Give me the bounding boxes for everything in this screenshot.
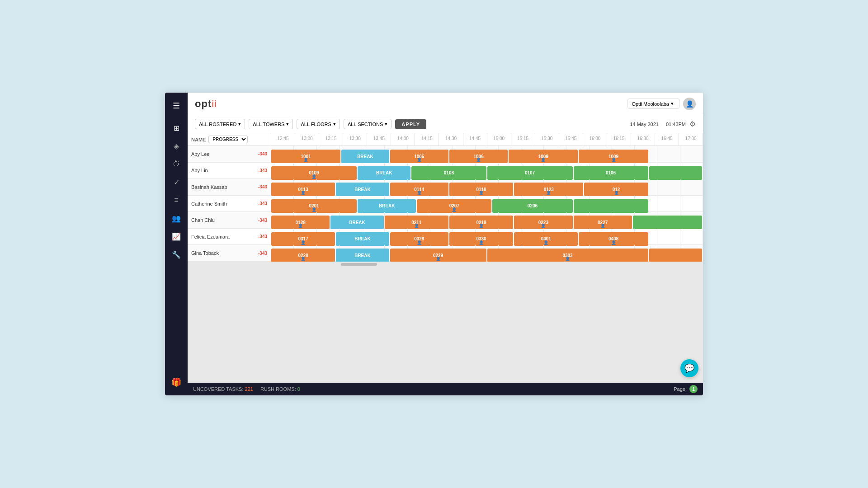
sidebar-icon-grid[interactable]: ⊞ [168,120,184,136]
task-bar[interactable]: 0201👤 [271,199,357,213]
task-bar[interactable]: 0211👤 [385,216,448,229]
person-icon: 👤 [614,191,619,195]
task-bar[interactable]: BREAK [341,150,389,163]
settings-icon[interactable]: ⚙ [689,120,696,128]
sidebar-icon-layers[interactable]: ◈ [168,138,184,154]
sidebar-icon-users[interactable]: 👥 [168,210,184,226]
task-bar[interactable]: 0229👤 [390,249,486,262]
task-bar[interactable]: 0108 [411,166,486,180]
person-icon: 👤 [301,240,306,245]
sidebar-icon-clock[interactable]: ⏱ [168,156,184,172]
person-icon: 👤 [311,174,316,179]
task-bar[interactable] [649,166,702,180]
person-icon: 👤 [298,224,303,228]
sidebar-icon-list[interactable]: ≡ [168,192,184,208]
filter-rostered[interactable]: ALL ROSTERED ▾ [195,119,245,129]
task-label: BREAK [376,170,392,175]
task-badge: -343 [258,201,267,206]
task-badge: -343 [258,151,267,156]
task-bar[interactable]: 0207👤 [417,199,491,213]
timeline-row: 0128👤BREAK0211👤0218👤0223👤0227👤 [271,212,703,228]
task-bar[interactable]: 0109👤 [271,166,357,180]
task-bar[interactable]: BREAK [330,216,383,229]
name-cell: Aby Lee-343 [188,146,271,162]
task-bar[interactable]: 0218👤 [449,216,513,229]
chevron-down-icon: ▾ [238,121,241,127]
apply-button[interactable]: APPLY [395,119,426,129]
task-bar[interactable]: 0114👤 [390,183,448,196]
venue-selector[interactable]: Optii Mooloolaba ▾ [627,99,679,109]
task-bar[interactable] [649,249,702,262]
time-slot-1445: 14:45 [463,133,487,145]
task-bar[interactable]: 0106 [574,166,648,180]
task-bar[interactable]: 0206 [492,199,572,213]
task-bar[interactable]: 0118👤 [449,183,513,196]
name-cell: Aby Lin-343 [188,163,271,179]
task-bar[interactable]: BREAK [358,199,416,213]
person-icon: 👤 [301,191,306,195]
task-label: BREAK [354,253,371,258]
task-bar[interactable]: 0317👤 [271,232,335,246]
footer-right: Page: 1 [674,385,698,393]
task-label: BREAK [354,236,371,241]
filter-floors[interactable]: ALL FLOORS ▾ [297,119,340,129]
task-bar[interactable]: 012👤 [584,183,648,196]
task-bar[interactable]: BREAK [336,249,389,262]
sidebar: ☰ ⊞ ◈ ⏱ ✓ ≡ 👥 📈 🔧 🎁 [165,93,188,395]
task-bar[interactable]: 1005👤 [390,150,448,163]
task-bar[interactable]: BREAK [336,232,389,246]
sidebar-icon-tools[interactable]: 🔧 [168,246,184,263]
progress-dropdown[interactable]: PROGRESS [208,136,248,143]
table-row: Aby Lin-3430109👤BREAK010801070106 [188,163,703,179]
task-bar[interactable]: 0107 [487,166,573,180]
task-bar[interactable] [633,216,702,229]
person-icon: 👤 [303,158,308,162]
chat-button[interactable]: 💬 [680,359,698,377]
task-bar[interactable]: 0223👤 [514,216,572,229]
sidebar-icon-chart[interactable]: 📈 [168,228,184,244]
name-cell: Chan Chiu-343 [188,212,271,228]
timeline-header: 12:45 13:00 13:15 13:30 13:45 14:00 14:1… [271,133,703,145]
filter-sections[interactable]: ALL SECTIONS ▾ [344,119,392,129]
hamburger-menu[interactable]: ☰ [169,97,184,114]
timeline-row: 0228👤BREAK0229👤0303👤 [271,245,703,261]
task-bar[interactable]: 0408👤 [579,232,648,246]
staff-name: Aby Lee [191,151,209,157]
person-icon: 👤 [311,207,316,212]
timeline-row: 0317👤BREAK0328👤0330👤0401👤0408👤 [271,229,703,245]
user-avatar[interactable]: 👤 [683,98,696,110]
task-bar[interactable]: 1009👤 [579,150,648,163]
task-bar[interactable]: 1006👤 [449,150,508,163]
table-row: Catherine Smith-3430201👤BREAK0207👤0206 [188,196,703,212]
task-bar[interactable]: 0227👤 [574,216,632,229]
table-row: Chan Chiu-3430128👤BREAK0211👤0218👤0223👤02… [188,212,703,229]
task-label: BREAK [349,220,365,225]
task-badge: -343 [258,184,267,189]
filter-towers[interactable]: ALL TOWERS ▾ [249,119,293,129]
task-bar[interactable]: 0128👤 [271,216,330,229]
page-number[interactable]: 1 [689,385,698,393]
task-bar[interactable] [574,199,648,213]
time-slot-1500: 15:00 [487,133,511,145]
person-icon: 👤 [417,191,422,195]
scroll-thumb[interactable] [341,263,377,266]
task-bar[interactable]: 0303👤 [487,249,648,262]
task-bar[interactable]: 0328👤 [390,232,448,246]
task-bar[interactable]: 1001👤 [271,150,340,163]
task-bar[interactable]: BREAK [358,166,410,180]
person-icon: 👤 [541,158,546,162]
person-icon: 👤 [543,240,548,245]
task-bar[interactable]: 0330👤 [449,232,513,246]
time-slot-1245: 12:45 [271,133,295,145]
sidebar-icon-check[interactable]: ✓ [168,174,184,190]
scroll-area[interactable] [188,262,703,267]
sidebar-icon-gift[interactable]: 🎁 [168,374,185,391]
task-bar[interactable]: 0228👤 [271,249,335,262]
task-bar[interactable]: 0123👤 [514,183,583,196]
task-bar[interactable]: 1009👤 [509,150,578,163]
task-bar[interactable]: 0113👤 [271,183,335,196]
person-icon: 👤 [436,257,441,261]
task-bar[interactable]: BREAK [336,183,389,196]
table-row: Felicia Ezeamara-3430317👤BREAK0328👤0330👤… [188,229,703,245]
task-bar[interactable]: 0401👤 [514,232,578,246]
